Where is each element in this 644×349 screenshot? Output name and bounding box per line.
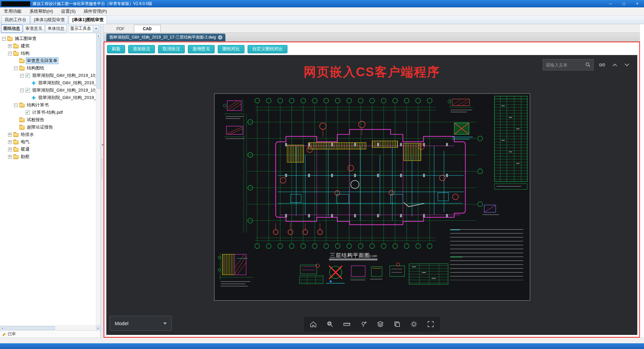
- tree-item[interactable]: 翡翠湖别院_G8#_结构_2019_10_17-[: [0, 87, 96, 94]
- tree-item[interactable]: 超限论证报告: [0, 123, 96, 131]
- tree-expand-icon[interactable]: [8, 148, 12, 151]
- pencil-icon: [2, 332, 6, 336]
- cad-canvas[interactable]: 网页嵌入CS客户端程序 0/0: [106, 55, 637, 335]
- fullscreen-button[interactable]: [425, 318, 437, 330]
- measure-button[interactable]: [341, 318, 353, 330]
- search-icon[interactable]: [585, 62, 591, 67]
- window-controls: ─ □ ×: [604, 0, 644, 7]
- tree-collapse-icon[interactable]: [8, 52, 12, 55]
- tree-item[interactable]: 勘察: [0, 153, 96, 160]
- main-tab-bar: 我的工作台 [单体1]模型审查 [单体1]图纸审查: [0, 16, 644, 24]
- tree-expand-icon[interactable]: [8, 140, 12, 144]
- minimize-button[interactable]: ─: [604, 0, 617, 7]
- tree-item[interactable]: 翡翠湖别院_G8#_结构_2019_10_1: [0, 79, 96, 87]
- folder-icon: [13, 148, 18, 152]
- settings-button[interactable]: [408, 318, 420, 330]
- tree-item[interactable]: 暖通: [0, 146, 96, 153]
- tab-drawing-review[interactable]: [单体1]图纸审查: [69, 15, 107, 24]
- menubar: 常用功能 系统帮助(H) 设置(S) 插件管理(P): [0, 7, 644, 16]
- vertical-scroll-thumb[interactable]: [97, 38, 100, 89]
- tree-item[interactable]: 审查意见回复单: [0, 57, 96, 64]
- tree-item[interactable]: 计算书-结构.pdf: [0, 109, 96, 116]
- cad-toolbar: 刷新 添加批注 取消批注 新增意见 图纸对比 自定义图纸对比: [106, 44, 637, 54]
- tab-pdf[interactable]: PDF: [107, 25, 134, 33]
- menu-common-functions[interactable]: 常用功能: [0, 7, 25, 15]
- drawing-tree: 施工图审查 建筑 结构 审查意见回复单: [0, 34, 96, 326]
- layers-button[interactable]: [374, 318, 386, 330]
- tree-collapse-icon[interactable]: [14, 66, 18, 70]
- menu-system-help[interactable]: 系统帮助(H): [25, 7, 57, 15]
- file-tab-label: 翡翠湖别院_G8#_结构_2019_10_17-三层结构平面图-2.dwg: [109, 35, 216, 40]
- search-input[interactable]: [546, 62, 585, 67]
- layout-selector[interactable]: Model: [110, 316, 172, 331]
- tree-collapse-icon[interactable]: [14, 103, 18, 107]
- checked-doc-icon: [25, 110, 30, 115]
- folder-icon: [19, 126, 24, 130]
- tree-item[interactable]: 结构: [0, 50, 96, 57]
- tree-collapse-icon[interactable]: [20, 74, 24, 78]
- drawing-compare-button[interactable]: 图纸对比: [218, 45, 245, 53]
- tree-horizontal-scrollbar[interactable]: ◄ ►: [0, 326, 100, 330]
- search-next-button[interactable]: [623, 60, 631, 70]
- folder-icon: [13, 133, 18, 137]
- scroll-right-icon[interactable]: ►: [96, 326, 100, 330]
- cancel-annotation-button[interactable]: 取消批注: [158, 45, 185, 53]
- tree-item[interactable]: 给排水: [0, 131, 96, 138]
- horizontal-scroll-thumb[interactable]: [5, 326, 55, 330]
- chevron-down-icon[interactable]: ▼: [93, 26, 99, 32]
- menu-plugin-manager[interactable]: 插件管理(P): [79, 7, 111, 15]
- home-view-button[interactable]: [307, 318, 319, 330]
- tab-cad[interactable]: CAD: [134, 25, 161, 33]
- add-marker-button[interactable]: [358, 318, 370, 330]
- tree-collapse-icon[interactable]: [2, 37, 6, 41]
- toolbar-display-select[interactable]: 显示工具条 ▼: [68, 25, 99, 33]
- tree-item[interactable]: 试桩报告: [0, 116, 96, 123]
- maximize-button[interactable]: □: [617, 0, 631, 7]
- file-tab-dwg[interactable]: 翡翠湖别院_G8#_结构_2019_10_17-三层结构平面图-2.dwg ×: [106, 34, 225, 41]
- scroll-left-icon[interactable]: ◄: [0, 326, 4, 330]
- tree-vertical-scrollbar[interactable]: ▲: [96, 34, 100, 326]
- tree-item[interactable]: 翡翠湖别院_G8#_结构_2019_10_17-三: [0, 72, 96, 79]
- tree-item[interactable]: 翡翠湖别院_G8#_结构_2019_10_1: [0, 94, 96, 101]
- search-prev-button[interactable]: [610, 60, 619, 70]
- new-opinion-button[interactable]: 新增意见: [188, 45, 215, 53]
- sidebar-tab-drawing-info[interactable]: 图纸信息: [1, 24, 22, 33]
- tree-expand-icon[interactable]: [8, 155, 12, 159]
- custom-drawing-compare-button[interactable]: 自定义图纸对比: [248, 45, 287, 53]
- sidebar-tab-unit-info[interactable]: 单体信息: [45, 24, 67, 33]
- menu-settings[interactable]: 设置(S): [57, 7, 79, 15]
- zoom-window-button[interactable]: [324, 318, 336, 330]
- add-annotation-button[interactable]: 添加批注: [128, 45, 155, 53]
- tree-item[interactable]: 结构图纸: [0, 64, 96, 72]
- scroll-up-icon[interactable]: ▲: [96, 34, 101, 38]
- layers-icon: [377, 320, 384, 328]
- tab-model-review[interactable]: [单体1]模型审查: [31, 15, 68, 24]
- tree-item[interactable]: 结构计算书: [0, 101, 96, 109]
- rebar-schedule-table: [494, 96, 527, 190]
- close-file-icon[interactable]: ×: [218, 35, 222, 40]
- sheets-button[interactable]: [391, 318, 403, 330]
- folder-icon: [19, 118, 24, 122]
- tab-my-workbench[interactable]: 我的工作台: [1, 15, 30, 24]
- drawing-sheet[interactable]: 三层结构平面图 1:100: [214, 93, 530, 302]
- splitter-handle-icon[interactable]: [102, 159, 102, 179]
- folder-icon: [7, 37, 12, 41]
- checked-doc-icon: [25, 73, 30, 78]
- tree-item[interactable]: 建筑: [0, 42, 96, 50]
- tree-wrap: 施工图审查 建筑 结构 审查意见回复单: [0, 34, 100, 326]
- tree-collapse-icon[interactable]: [20, 89, 24, 92]
- search-box[interactable]: [543, 59, 594, 70]
- close-button[interactable]: ×: [631, 0, 644, 7]
- sidebar-tab-review-opinion[interactable]: 审查意见: [23, 24, 45, 33]
- tree-expand-icon[interactable]: [8, 44, 12, 48]
- splitter-collapse-icon[interactable]: ◄: [101, 143, 104, 146]
- tree-expand-icon[interactable]: [8, 133, 12, 137]
- tree-item[interactable]: 电气: [0, 138, 96, 146]
- cad-nav-toolbar: [304, 317, 440, 332]
- chevron-down-icon: [163, 322, 167, 325]
- refresh-button[interactable]: 刷新: [107, 45, 125, 53]
- general-notes: [450, 228, 528, 280]
- tree-item[interactable]: 施工图审查: [0, 35, 96, 42]
- panel-splitter[interactable]: ◄: [101, 24, 104, 338]
- toolbar-display-select-value: 显示工具条: [70, 26, 91, 32]
